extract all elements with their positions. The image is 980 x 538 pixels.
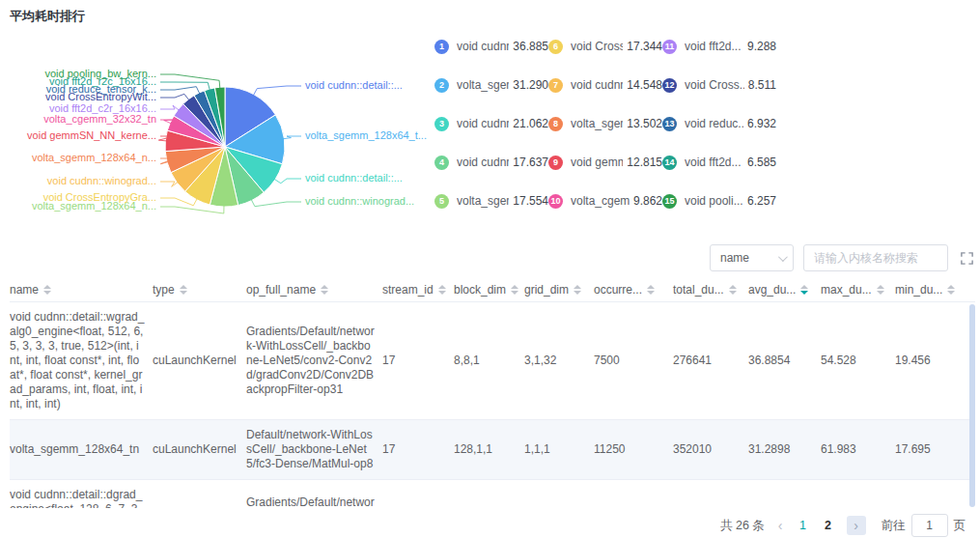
table-cell-max_duration: 61.983 (821, 435, 895, 465)
column-filter-select[interactable]: name (710, 244, 794, 271)
sort-caret-group (947, 285, 955, 295)
sort-descending-icon (729, 291, 737, 295)
table-header-cell[interactable]: name (10, 283, 153, 297)
table-header-cell[interactable]: max_du... (821, 283, 895, 297)
pagination: 共 26 条 ‹ 12 › 前往 页 (720, 514, 966, 537)
legend-item-value: 21.062 (513, 117, 548, 130)
table-header-cell[interactable]: min_du... (895, 283, 970, 297)
prev-page-button[interactable]: ‹ (778, 518, 783, 533)
pie-slice[interactable] (171, 147, 225, 191)
legend-item[interactable]: 10volta_cgem...9.862 (548, 182, 662, 220)
legend-item[interactable]: 15void pooli...6.257 (662, 182, 776, 220)
sort-descending-icon (438, 291, 446, 295)
page-number[interactable]: 1 (794, 519, 813, 532)
table-cell-min_duration: 19.456 (895, 346, 970, 376)
pie-slice[interactable] (225, 147, 282, 192)
legend-item[interactable]: 8volta_sgem...13.502 (548, 104, 662, 143)
table-header-cell[interactable]: grid_dim (524, 283, 594, 297)
kernel-search-input[interactable] (803, 244, 948, 271)
table-cell-avg_duration: 36.8854 (748, 346, 821, 376)
table-header: nametypeop_full_namestream_idblock_dimgr… (10, 277, 975, 302)
fullscreen-icon[interactable] (960, 251, 974, 266)
legend-item[interactable]: 1void cudnn...36.885 (434, 27, 548, 66)
table-header-cell[interactable]: op_full_name (246, 283, 382, 297)
pie-slice[interactable] (165, 147, 225, 173)
legend-item-value: 36.885 (513, 40, 548, 53)
pie-label-line (160, 158, 175, 164)
legend-item[interactable]: 11void fft2d...9.288 (662, 27, 776, 66)
legend-item-label: void fft2d... (685, 40, 743, 53)
table-header-cell[interactable]: total_du... (673, 283, 748, 297)
legend-item-label: void cudnn... (457, 156, 509, 169)
table-row: void cudnn::detail::dgrad_engine<float, … (10, 480, 975, 508)
pie-slice[interactable] (225, 87, 275, 147)
pie-slice[interactable] (194, 91, 225, 147)
legend-rank-badge: 6 (548, 40, 563, 54)
sort-caret-group (180, 285, 187, 295)
page-number[interactable]: 2 (819, 519, 838, 532)
pie-slice[interactable] (174, 104, 225, 147)
pie-slice[interactable] (185, 147, 225, 205)
pie-slice[interactable] (215, 87, 226, 147)
pie-slice[interactable] (225, 115, 285, 164)
legend-item[interactable]: 4void cudnn...17.637 (434, 143, 548, 182)
legend-item[interactable]: 5volta_sgem...17.554 (434, 182, 548, 220)
legend-rank-badge: 1 (434, 40, 449, 54)
legend-item-label: void gemmS... (571, 156, 623, 169)
table-header-label: block_dim (454, 283, 506, 297)
table-row: volta_sgemm_128x64_tncuLaunchKernelDefau… (10, 420, 975, 480)
sort-ascending-icon (43, 285, 51, 289)
pie-label-line (160, 198, 198, 206)
pie-label-line (273, 179, 301, 184)
legend-item-value: 17.344 (627, 40, 662, 53)
pie-slice[interactable] (210, 147, 238, 207)
legend-item[interactable]: 14void fft2d...6.585 (662, 143, 776, 182)
table-cell-name: void cudnn::detail::wgrad_alg0_engine<fl… (10, 302, 153, 419)
legend-item[interactable]: 2volta_sgem...31.290 (434, 66, 548, 104)
legend-item[interactable]: 6void Cross...17.344 (548, 27, 662, 66)
table-header-cell[interactable]: occurre... (594, 283, 673, 297)
legend-item[interactable]: 7void cudnn...14.548 (548, 66, 662, 104)
legend-item-value: 9.288 (747, 40, 776, 53)
legend-item-label: void pooli... (685, 194, 743, 208)
table-header-cell[interactable]: stream_id (382, 283, 454, 297)
sort-descending-icon (877, 291, 884, 295)
pie-label-line (160, 120, 175, 124)
sort-caret-group (438, 285, 446, 295)
legend-item[interactable]: 3void cudnn...21.062 (434, 104, 548, 143)
legend-rank-badge: 5 (434, 194, 449, 209)
legend-item[interactable]: 9void gemmS...12.815 (548, 143, 662, 182)
pie-slice[interactable] (225, 147, 264, 206)
kernel-table: nametypeop_full_namestream_idblock_dimgr… (10, 277, 975, 508)
pie-slice-label: void CrossEntropyGra... (43, 191, 156, 204)
table-cell-op_full_name: Default/network-WithLossCell/_backbone-L… (246, 420, 382, 479)
table-header-cell[interactable]: avg_du... (748, 283, 821, 297)
sort-descending-icon (800, 291, 808, 295)
pie-label-line (158, 136, 175, 141)
pie-slice[interactable] (183, 96, 225, 147)
pie-slice[interactable] (167, 116, 225, 147)
legend-item-value: 31.290 (513, 78, 548, 92)
table-scrollbar-thumb[interactable] (969, 304, 975, 507)
pie-label-line (160, 87, 200, 95)
legend-item[interactable]: 12void Cross...8.511 (662, 66, 776, 104)
legend-item-value: 6.257 (747, 194, 776, 208)
table-cell-avg_duration: 31.2898 (748, 435, 821, 465)
table-cell-occurrence: 11250 (594, 435, 673, 465)
goto-page-input[interactable] (911, 514, 948, 537)
legend-item-value: 6.932 (747, 117, 776, 130)
legend-item[interactable]: 13void reduc...6.932 (662, 104, 776, 143)
pie-label-line (160, 94, 189, 100)
sort-descending-icon (647, 291, 655, 295)
sort-ascending-icon (321, 285, 328, 289)
legend-item-label: void cudnn... (457, 117, 509, 130)
next-page-button[interactable]: › (847, 516, 866, 535)
table-header-cell[interactable]: type (153, 283, 246, 297)
table-header-label: type (153, 283, 175, 297)
table-header-cell[interactable]: block_dim (454, 283, 524, 297)
pie-slice[interactable] (165, 130, 225, 152)
pie-slice[interactable] (205, 88, 225, 147)
pie-slice-label: void pooling_bw_kern... (44, 68, 156, 80)
legend-item-value: 9.862 (633, 194, 662, 208)
sort-ascending-icon (800, 285, 808, 289)
